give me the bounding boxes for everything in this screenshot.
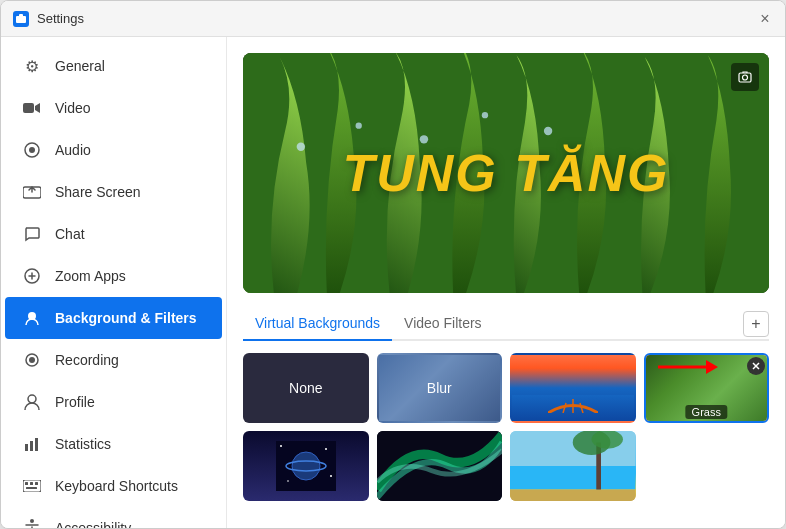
sidebar-item-chat[interactable]: Chat	[5, 213, 222, 255]
svg-point-4	[29, 147, 35, 153]
main-panel: TUNG TĂNG Virtual Backgrounds Video Filt…	[227, 37, 785, 528]
sidebar-label-share-screen: Share Screen	[55, 184, 141, 200]
backgrounds-grid: None Blur	[243, 353, 769, 423]
svg-rect-0	[16, 16, 26, 23]
background-beach[interactable]	[510, 431, 636, 501]
add-background-button[interactable]: +	[743, 311, 769, 337]
svg-point-10	[28, 395, 36, 403]
sidebar: ⚙ General Video	[1, 37, 227, 528]
sidebar-label-accessibility: Accessibility	[55, 520, 131, 528]
sidebar-item-profile[interactable]: Profile	[5, 381, 222, 423]
svg-rect-11	[25, 444, 28, 451]
background-empty	[644, 431, 770, 501]
sidebar-label-recording: Recording	[55, 352, 119, 368]
svg-point-27	[743, 75, 748, 80]
settings-window: Settings × ⚙ General Video	[0, 0, 786, 529]
sidebar-item-statistics[interactable]: Statistics	[5, 423, 222, 465]
app-icon	[13, 11, 29, 27]
svg-point-42	[330, 475, 332, 477]
keyboard-shortcuts-icon	[21, 475, 43, 497]
svg-point-22	[356, 123, 362, 129]
svg-rect-26	[739, 73, 751, 82]
svg-rect-45	[510, 466, 636, 490]
background-none[interactable]: None	[243, 353, 369, 423]
svg-point-19	[30, 519, 34, 523]
titlebar: Settings ×	[1, 1, 785, 37]
blur-label: Blur	[427, 380, 452, 396]
audio-icon	[21, 139, 43, 161]
zoom-apps-icon	[21, 265, 43, 287]
sidebar-label-zoom-apps: Zoom Apps	[55, 268, 126, 284]
preview-image: TUNG TĂNG	[243, 53, 769, 293]
background-bridge[interactable]	[510, 353, 636, 423]
sidebar-label-profile: Profile	[55, 394, 95, 410]
recording-icon	[21, 349, 43, 371]
svg-point-21	[297, 142, 305, 150]
share-screen-icon	[21, 181, 43, 203]
sidebar-label-background-filters: Background & Filters	[55, 310, 197, 326]
video-icon	[21, 97, 43, 119]
tab-virtual-backgrounds[interactable]: Virtual Backgrounds	[243, 309, 392, 341]
svg-point-39	[280, 445, 282, 447]
delete-grass-button[interactable]	[747, 357, 765, 375]
sidebar-label-general: General	[55, 58, 105, 74]
tabs-container: Virtual Backgrounds Video Filters	[243, 309, 494, 339]
svg-rect-17	[35, 482, 38, 485]
tab-video-filters[interactable]: Video Filters	[392, 309, 494, 341]
none-label: None	[289, 380, 322, 396]
preview-text: TUNG TĂNG	[342, 143, 669, 203]
background-aurora[interactable]	[377, 431, 503, 501]
window-title: Settings	[37, 11, 84, 26]
svg-rect-1	[19, 14, 23, 17]
sidebar-item-share-screen[interactable]: Share Screen	[5, 171, 222, 213]
backgrounds-row2	[243, 431, 769, 501]
profile-icon	[21, 391, 43, 413]
background-blur[interactable]: Blur	[377, 353, 503, 423]
sidebar-item-zoom-apps[interactable]: Zoom Apps	[5, 255, 222, 297]
grass-label: Grass	[686, 405, 727, 419]
svg-point-24	[482, 112, 488, 118]
accessibility-icon	[21, 517, 43, 528]
sidebar-label-keyboard-shortcuts: Keyboard Shortcuts	[55, 478, 178, 494]
svg-rect-14	[23, 480, 41, 492]
sidebar-item-accessibility[interactable]: Accessibility	[5, 507, 222, 528]
svg-point-9	[29, 357, 35, 363]
svg-point-40	[325, 448, 327, 450]
titlebar-left: Settings	[13, 11, 84, 27]
sidebar-label-statistics: Statistics	[55, 436, 111, 452]
close-button[interactable]: ×	[757, 11, 773, 27]
statistics-icon	[21, 433, 43, 455]
svg-rect-2	[23, 103, 34, 113]
svg-rect-16	[30, 482, 33, 485]
sidebar-item-background-filters[interactable]: Background & Filters	[5, 297, 222, 339]
svg-rect-15	[25, 482, 28, 485]
background-space[interactable]	[243, 431, 369, 501]
background-filters-icon	[21, 307, 43, 329]
svg-rect-12	[30, 441, 33, 451]
svg-rect-46	[510, 490, 636, 501]
preview-container: TUNG TĂNG	[243, 53, 769, 293]
svg-rect-18	[26, 487, 37, 489]
general-icon: ⚙	[21, 55, 43, 77]
background-grass[interactable]: Grass	[644, 353, 770, 423]
sidebar-item-video[interactable]: Video	[5, 87, 222, 129]
sidebar-item-general[interactable]: ⚙ General	[5, 45, 222, 87]
content-area: ⚙ General Video	[1, 37, 785, 528]
sidebar-item-recording[interactable]: Recording	[5, 339, 222, 381]
screenshot-button[interactable]	[731, 63, 759, 91]
sidebar-label-chat: Chat	[55, 226, 85, 242]
sidebar-label-video: Video	[55, 100, 91, 116]
svg-rect-13	[35, 438, 38, 451]
sidebar-item-keyboard-shortcuts[interactable]: Keyboard Shortcuts	[5, 465, 222, 507]
tabs-row: Virtual Backgrounds Video Filters +	[243, 309, 769, 341]
svg-point-41	[287, 480, 289, 482]
sidebar-item-audio[interactable]: Audio	[5, 129, 222, 171]
chat-icon	[21, 223, 43, 245]
sidebar-label-audio: Audio	[55, 142, 91, 158]
svg-point-25	[544, 127, 552, 135]
